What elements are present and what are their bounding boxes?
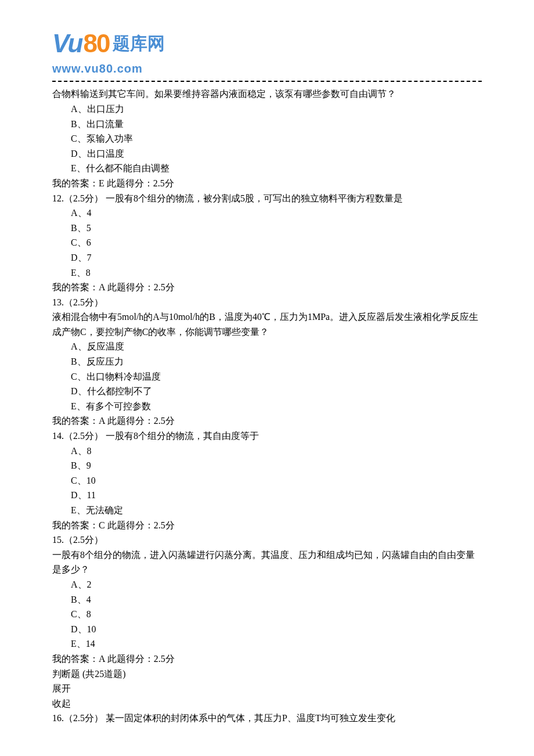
q15-option-a: A、2 <box>52 577 482 592</box>
q11-option-b: B、出口流量 <box>52 117 482 132</box>
q11-option-d: D、出口温度 <box>52 146 482 161</box>
q14-option-a: A、8 <box>52 444 482 459</box>
q12-option-c: C、6 <box>52 235 482 250</box>
q15-option-d: D、10 <box>52 622 482 637</box>
q13-option-a: A、反应温度 <box>52 339 482 354</box>
q14-answer: 我的答案：C 此题得分：2.5分 <box>52 518 482 533</box>
q14-option-c: C、10 <box>52 473 482 488</box>
q12-answer: 我的答案：A 此题得分：2.5分 <box>52 280 482 295</box>
q15-answer: 我的答案：A 此题得分：2.5分 <box>52 651 482 667</box>
expand-toggle[interactable]: 展开 <box>52 681 482 696</box>
q12-option-e: E、8 <box>52 265 482 280</box>
q12-option-a: A、4 <box>52 206 482 221</box>
q13-option-d: D、什么都控制不了 <box>52 384 482 399</box>
q14-option-d: D、11 <box>52 488 482 503</box>
logo-vu-text: Vu <box>52 23 82 64</box>
q13-answer: 我的答案：A 此题得分：2.5分 <box>52 413 482 429</box>
q14-option-b: B、9 <box>52 458 482 473</box>
q16-prompt: 16.（2.5分） 某一固定体积的封闭体系中的气体，其压力P、温度T均可独立发生… <box>52 711 482 726</box>
q13-header: 13.（2.5分） <box>52 295 482 310</box>
q13-option-c: C、出口物料冷却温度 <box>52 369 482 384</box>
site-logo: Vu 80 题库网 www.vu80.com <box>52 23 482 78</box>
q15-header: 15.（2.5分） <box>52 532 482 548</box>
q13-option-b: B、反应压力 <box>52 354 482 369</box>
collapse-toggle[interactable]: 收起 <box>52 696 482 711</box>
q15-option-b: B、4 <box>52 592 482 607</box>
q15-option-c: C、8 <box>52 607 482 622</box>
q13-option-e: E、有多个可控参数 <box>52 399 482 414</box>
q11-option-e: E、什么都不能自由调整 <box>52 161 482 176</box>
q14-prompt: 14.（2.5分） 一股有8个组分的物流，其自由度等于 <box>52 429 482 444</box>
q12-option-d: D、7 <box>52 250 482 265</box>
q11-answer: 我的答案：E 此题得分：2.5分 <box>52 176 482 191</box>
q14-option-e: E、无法确定 <box>52 503 482 518</box>
header-divider <box>52 81 482 82</box>
q15-option-e: E、14 <box>52 636 482 651</box>
q11-option-c: C、泵输入功率 <box>52 131 482 146</box>
logo-site-name: 题库网 <box>113 30 165 57</box>
q11-continuation: 合物料输送到其它车间。如果要维持容器内液面稳定，该泵有哪些参数可自由调节？ <box>52 87 482 102</box>
logo-url: www.vu80.com <box>52 59 482 78</box>
q15-prompt: 一股有8个组分的物流，进入闪蒸罐进行闪蒸分离。其温度、压力和组成均已知，闪蒸罐自… <box>52 548 482 577</box>
q13-prompt: 液相混合物中有5mol/h的A与10mol/h的B，温度为40℃，压力为1MPa… <box>52 309 482 339</box>
logo-80-text: 80 <box>83 23 109 64</box>
q12-prompt: 12.（2.5分） 一股有8个组分的物流，被分割成5股，可写出的独立物料平衡方程… <box>52 191 482 206</box>
q12-option-b: B、5 <box>52 221 482 236</box>
judge-section-title: 判断题 (共25道题) <box>52 667 482 682</box>
q11-option-a: A、出口压力 <box>52 102 482 117</box>
